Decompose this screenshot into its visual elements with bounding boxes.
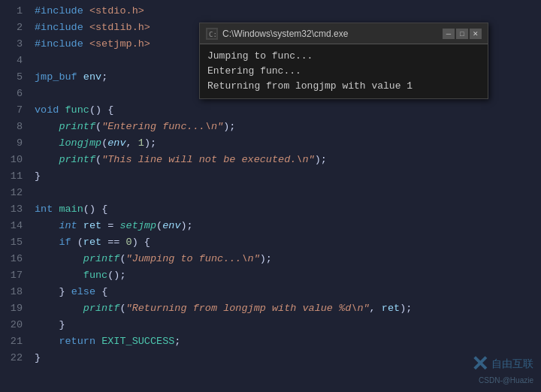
code-line-12 [35,185,541,201]
line-num-15: 15 [0,234,23,251]
line-num-7: 7 [0,102,23,119]
svg-text:C:: C: [209,31,216,38]
code-line-17: func(); [35,267,541,284]
line-num-2: 2 [0,20,23,36]
cmd-titlebar: C: C:\Windows\system32\cmd.exe ─ □ ✕ [200,23,488,44]
line-num-13: 13 [0,201,23,218]
watermark-logo: ✕ 自由互联 [471,351,533,376]
line-num-16: 16 [0,251,23,267]
cmd-output-line-3: Returning from longjmp with value 1 [207,79,480,94]
code-line-13: int main() { [35,201,541,218]
code-line-8: printf("Entering func...\n"); [35,119,541,135]
code-line-15: if (ret == 0) { [35,234,541,251]
line-num-17: 17 [0,267,23,284]
code-line-19: printf("Returning from longjmp with valu… [35,300,541,317]
code-line-7: void func() { [35,102,541,119]
cmd-output-line-1: Jumping to func... [207,49,480,64]
line-num-1: 1 [0,3,23,20]
watermark: ✕ 自由互联 CSDN-@Huazie [471,351,533,384]
line-num-10: 10 [0,152,23,168]
watermark-site: 自由互联 [491,357,533,371]
line-num-3: 3 [0,36,23,53]
line-num-18: 18 [0,284,23,300]
line-num-14: 14 [0,218,23,234]
line-num-6: 6 [0,86,23,102]
code-line-16: printf("Jumping to func...\n"); [35,251,541,267]
code-line-22: } [35,350,541,366]
watermark-x-icon: ✕ [471,351,488,376]
code-line-20: } [35,317,541,333]
code-line-21: return EXIT_SUCCESS; [35,333,541,350]
line-num-11: 11 [0,168,23,185]
line-num-8: 8 [0,119,23,135]
code-line-1: #include <stdio.h> [35,3,541,20]
code-line-11: } [35,168,541,185]
cmd-close[interactable]: ✕ [470,29,482,39]
cmd-window: C: C:\Windows\system32\cmd.exe ─ □ ✕ Jum… [199,23,488,99]
watermark-sub: CSDN-@Huazie [479,376,533,384]
code-editor: 1 2 3 4 5 6 7 8 9 10 11 12 13 14 15 16 1… [0,0,541,392]
cmd-output-line-2: Entering func... [207,64,480,79]
line-numbers: 1 2 3 4 5 6 7 8 9 10 11 12 13 14 15 16 1… [0,0,29,392]
line-num-4: 4 [0,53,23,69]
line-num-21: 21 [0,333,23,350]
line-num-19: 19 [0,300,23,317]
cmd-minimize[interactable]: ─ [443,29,455,39]
code-line-9: longjmp(env, 1); [35,135,541,152]
line-num-9: 9 [0,135,23,152]
cmd-icon: C: [206,28,218,40]
line-num-20: 20 [0,317,23,333]
cmd-maximize[interactable]: □ [456,29,468,39]
line-num-22: 22 [0,350,23,366]
line-num-5: 5 [0,69,23,86]
cmd-output: Jumping to func... Entering func... Retu… [200,44,488,98]
code-line-14: int ret = setjmp(env); [35,218,541,234]
cmd-title: C:\Windows\system32\cmd.exe [222,29,438,39]
code-line-18: } else { [35,284,541,300]
cmd-controls: ─ □ ✕ [443,29,482,39]
line-num-12: 12 [0,185,23,201]
code-line-10: printf("This line will not be executed.\… [35,152,541,168]
